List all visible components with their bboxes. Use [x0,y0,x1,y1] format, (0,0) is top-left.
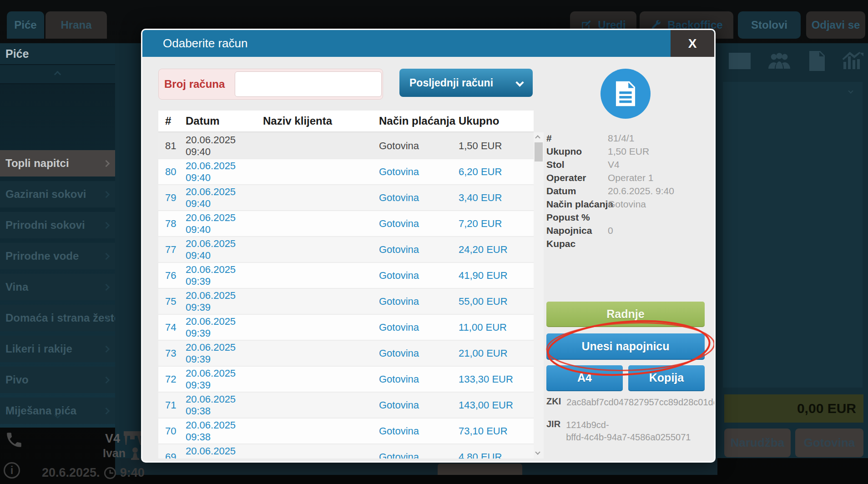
a4-button[interactable]: A4 [546,365,623,391]
detail-row: OperaterOperater 1 [546,171,710,184]
scroll-down-icon[interactable] [535,449,540,454]
detail-label: Ukupno [546,145,608,158]
sidebar-item-label: Pivo [5,373,29,386]
table-label: V4 [105,432,120,446]
close-button[interactable]: X [671,30,714,57]
order-total: 0,00 EUR [724,394,863,423]
radnje-button[interactable]: Radnje [546,302,705,327]
time-label: 9:40 [120,466,145,480]
detail-label: Napojnica [546,224,608,237]
sidebar-item[interactable]: Gazirani sokovi [0,181,115,207]
chevron-right-icon [103,283,110,291]
sidebar-scroll-up[interactable] [0,65,115,84]
cell-nacin: Gotovina [379,425,459,437]
table-row[interactable]: 7520.06.2025 09:39Gotovina55,00 EUR [158,289,534,314]
table-row[interactable]: 7320.06.2025 09:39Gotovina21,00 EUR [158,341,534,366]
detail-row: #81/4/1 [546,131,710,145]
sidebar-item[interactable]: Domaća i strana žestoka pić [0,305,115,331]
customers-icon[interactable] [767,51,792,71]
jir-row: JIR 1214b9cd-bffd-4c4b-94a7-4586a0255071 [546,419,691,444]
column-header: # [165,115,186,127]
column-header: Datum [186,115,263,127]
kopija-button[interactable]: Kopija [628,365,705,391]
cell-num: 75 [165,296,186,308]
stolovi-button[interactable]: Stolovi [738,11,801,39]
info-icon[interactable]: i [4,462,20,479]
table-body: 8120.06.2025 09:40Gotovina1,50 EUR8020.0… [158,133,544,459]
order-button[interactable]: Narudžba [724,429,791,457]
cell-num: 80 [165,166,186,178]
sidebar-header: Piće [0,43,115,65]
cell-ukupno: 133,30 EUR [459,373,534,385]
unesi-napojnicu-button[interactable]: Unesi napojnicu [546,333,705,360]
reports-chart-icon[interactable] [842,51,864,71]
table-row[interactable]: 7620.06.2025 09:39Gotovina41,90 EUR [158,263,534,288]
cell-num: 70 [165,425,186,437]
table-row[interactable]: 7220.06.2025 09:39Gotovina133,30 EUR [158,367,534,392]
table-row[interactable]: 6920.06.2025 09:38Gotovina4,80 EUR [158,444,534,459]
select-invoice-dialog: Odaberite račun X Broj računa Posljednji… [141,29,716,463]
cell-num: 69 [165,451,186,459]
datetime-status: 20.6.2025. 9:40 [42,466,145,480]
detail-row: StolV4 [546,158,710,171]
sidebar-item[interactable]: Likeri i rakije [0,336,115,362]
table-row[interactable]: 8120.06.2025 09:40Gotovina1,50 EUR [158,133,534,158]
cell-num: 71 [165,399,186,411]
detail-row: Napojnica0 [546,224,710,237]
invoices-icon[interactable] [807,50,827,72]
table-row[interactable]: 8020.06.2025 09:40Gotovina6,20 EUR [158,159,534,184]
table-icon [124,431,141,446]
detail-value: 0 [608,224,710,237]
detail-label: Operater [546,171,608,184]
tab-pice[interactable]: Piće [7,11,44,39]
sidebar-item[interactable]: Prirodne vode [0,243,115,269]
tab-hrana[interactable]: Hrana [45,11,107,39]
table-scrollbar[interactable] [534,132,544,459]
chevron-right-icon [103,376,110,383]
sidebar-item[interactable]: Vina [0,274,115,300]
invoice-number-group: Broj računa [158,69,383,100]
table-row[interactable]: 7720.06.2025 09:40Gotovina24,20 EUR [158,237,534,262]
phone-icon[interactable] [5,430,24,449]
invoice-filter-dropdown[interactable]: Posljednji računi [399,69,533,97]
detail-value [608,237,710,250]
table-row[interactable]: 7420.06.2025 09:39Gotovina11,00 EUR [158,315,534,340]
cell-nacin: Gotovina [379,373,459,385]
cell-num: 79 [165,192,186,204]
sidebar-item[interactable]: Pivo [0,367,115,393]
dropdown-selected-label: Posljednji računi [409,77,493,89]
sidebar-item[interactable]: Prirodni sokovi [0,212,115,238]
cell-num: 77 [165,244,186,256]
table-row[interactable]: 7020.06.2025 09:38Gotovina73,10 EUR [158,418,534,444]
jir-value: 1214b9cd-bffd-4c4b-94a7-4586a0255071 [566,419,691,444]
sidebar-item-label: Domaća i strana žestoka pić [5,312,115,324]
cell-datum: 20.06.2025 09:40 [186,238,263,262]
scroll-up-icon[interactable] [535,135,540,140]
logout-button[interactable]: Odjavi se [806,11,865,39]
cell-num: 72 [165,373,186,385]
table-row[interactable]: 7920.06.2025 09:40Gotovina3,40 EUR [158,185,534,210]
table-row[interactable]: 7820.06.2025 09:40Gotovina7,20 EUR [158,211,534,236]
detail-row: Način plaćanjaGotovina [546,197,710,211]
sidebar-items: Topli napitciGazirani sokoviPrirodni sok… [0,107,115,429]
cell-datum: 20.06.2025 09:38 [186,393,263,417]
invoice-number-input[interactable] [235,71,382,97]
table-row[interactable]: 7120.06.2025 09:38Gotovina143,00 EUR [158,393,534,418]
detail-row: Datum20.6.2025. 9:40 [546,184,710,197]
sidebar-item-label: Likeri i rakije [5,343,72,355]
cash-button[interactable]: Gotovina [795,429,863,457]
payment-card-icon[interactable] [728,52,752,70]
sidebar-item-label: Topli napitci [5,157,69,170]
cell-datum: 20.06.2025 09:39 [186,368,263,391]
cell-nacin: Gotovina [379,399,459,411]
cell-nacin: Gotovina [379,166,459,178]
chevron-right-icon [103,345,110,353]
sidebar-item[interactable]: Topli napitci [0,150,115,176]
cell-nacin: Gotovina [379,192,459,204]
scrollbar-thumb[interactable] [535,142,543,161]
sidebar-scroll-down[interactable] [0,406,115,424]
jir-label: JIR [546,419,560,444]
zki-label: ZKI [546,396,561,408]
detail-label: # [546,131,608,145]
cell-nacin: Gotovina [379,218,459,230]
